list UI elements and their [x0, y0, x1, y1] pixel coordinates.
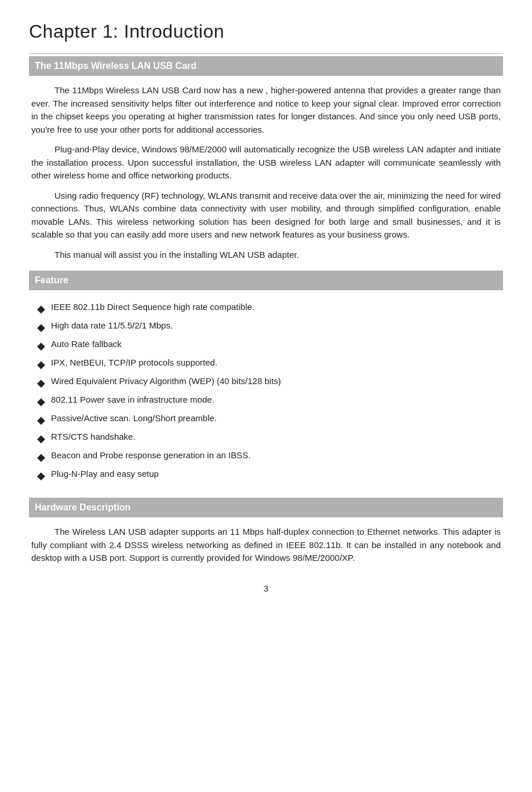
feature-item-text: RTS/CTS handshake. — [51, 430, 136, 444]
wireless-card-para-3: Using radio frequency (RF) technology, W… — [31, 189, 501, 242]
hardware-content: The Wireless LAN USB adapter supports an… — [29, 525, 503, 565]
list-item: ◆ Passive/Active scan. Long/Short preamb… — [37, 412, 501, 428]
wireless-card-para-2: Plug-and-Play device, Windows 98/ME/2000… — [31, 143, 501, 183]
hardware-para-1: The Wireless LAN USB adapter supports an… — [31, 525, 501, 565]
list-item: ◆ Auto Rate fallback — [37, 338, 501, 354]
feature-item-text: 802.11 Power save in infrastructure mode… — [51, 393, 214, 407]
list-item: ◆ Wired Equivalent Privacy Algorithm (WE… — [37, 375, 501, 391]
wireless-card-para-1: The 11Mbps Wireless LAN USB Card now has… — [31, 84, 501, 136]
feature-list: ◆ IEEE 802.11b Direct Sequence high rate… — [31, 298, 501, 488]
bullet-icon: ◆ — [37, 450, 45, 465]
list-item: ◆ Plug-N-Play and easy setup — [37, 468, 501, 484]
feature-item-text: Passive/Active scan. Long/Short preamble… — [51, 412, 217, 425]
feature-item-text: IPX, NetBEUI, TCP/IP protocols supported… — [51, 356, 217, 370]
bullet-icon: ◆ — [37, 431, 45, 447]
list-item: ◆ High data rate 11/5.5/2/1 Mbps. — [37, 319, 501, 335]
bullet-icon: ◆ — [37, 468, 45, 484]
list-item: ◆ IPX, NetBEUI, TCP/IP protocols support… — [37, 356, 501, 373]
list-item: ◆ IEEE 802.11b Direct Sequence high rate… — [37, 301, 501, 317]
bullet-icon: ◆ — [37, 320, 45, 335]
bullet-icon: ◆ — [37, 301, 45, 317]
bullet-icon: ◆ — [37, 413, 45, 428]
feature-item-text: High data rate 11/5.5/2/1 Mbps. — [51, 319, 173, 333]
page-number: 3 — [29, 582, 503, 596]
bullet-icon: ◆ — [37, 394, 45, 410]
bullet-icon: ◆ — [37, 357, 45, 373]
wireless-card-content: The 11Mbps Wireless LAN USB Card now has… — [29, 84, 503, 261]
feature-item-text: IEEE 802.11b Direct Sequence high rate c… — [51, 301, 254, 314]
bullet-icon: ◆ — [37, 338, 45, 354]
list-item: ◆ 802.11 Power save in infrastructure mo… — [37, 393, 501, 410]
title-divider — [29, 53, 503, 54]
feature-item-text: Plug-N-Play and easy setup — [51, 468, 159, 481]
chapter-title: Chapter 1: Introduction — [29, 17, 503, 45]
bullet-icon: ◆ — [37, 375, 45, 391]
feature-section-header: Feature — [29, 271, 503, 290]
feature-item-text: Auto Rate fallback — [51, 338, 122, 351]
list-item: ◆ Beacon and Probe response generation i… — [37, 449, 501, 465]
feature-item-text: Wired Equivalent Privacy Algorithm (WEP)… — [51, 375, 281, 388]
wireless-card-para-4: This manual will assist you in the insta… — [31, 249, 501, 262]
list-item: ◆ RTS/CTS handshake. — [37, 430, 501, 447]
feature-content: ◆ IEEE 802.11b Direct Sequence high rate… — [29, 298, 503, 488]
feature-item-text: Beacon and Probe response generation in … — [51, 449, 250, 462]
hardware-section-header: Hardware Description — [29, 498, 503, 517]
wireless-card-section-header: The 11Mbps Wireless LAN USB Card — [29, 56, 503, 76]
